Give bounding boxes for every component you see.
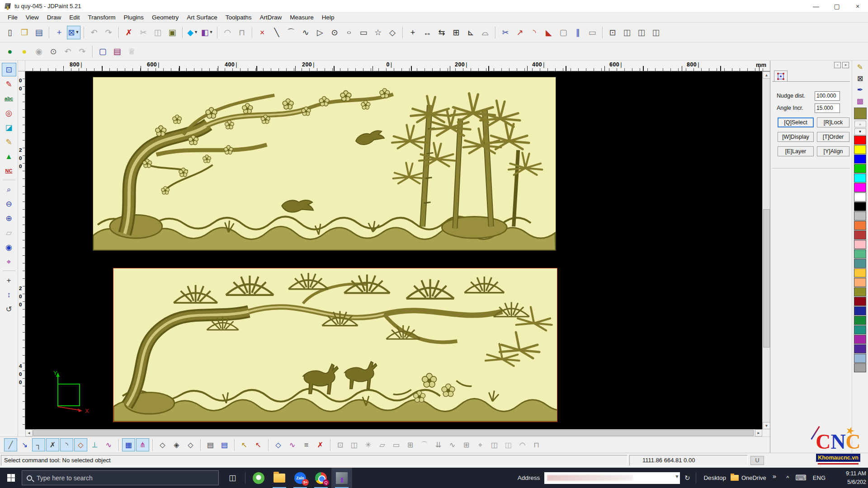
panel-restore-button[interactable]: ▫ — [834, 62, 841, 68]
color-swatch-dark-purple[interactable] — [854, 344, 866, 353]
color-swatch-dark-red[interactable] — [854, 297, 866, 306]
paste-button[interactable]: ▣ — [165, 26, 179, 39]
draw-ellipse-button[interactable]: ○ — [342, 26, 356, 39]
toolbar-overflow-chevron[interactable]: » — [773, 472, 776, 480]
draw-polygon-button[interactable]: ◇ — [386, 26, 399, 39]
snap-corner[interactable]: ┐ — [32, 438, 45, 451]
dim-arc-button[interactable]: ⌓ — [478, 26, 492, 39]
snap-tangent-point[interactable]: ∿ — [102, 438, 115, 451]
crown-button[interactable]: ♕ — [125, 45, 138, 58]
trim-button[interactable]: ✂ — [499, 26, 512, 39]
pick-filter-off[interactable]: ↖ — [252, 438, 265, 451]
menu-edit[interactable]: Edit — [65, 13, 84, 22]
tray-show-hidden-icons[interactable]: ^ — [786, 474, 789, 481]
pan-tool[interactable]: + — [2, 273, 16, 287]
nudge-dist-input[interactable]: 100.000 — [815, 91, 840, 101]
pencil-tool[interactable]: ✎ — [854, 61, 867, 72]
worksheet-button[interactable]: ▤ — [110, 45, 124, 58]
hatch-layer-all[interactable]: ▤ — [218, 438, 231, 451]
transform-rotate[interactable]: ✳ — [362, 438, 375, 451]
color-swatch-magenta[interactable] — [854, 183, 866, 192]
relief-dome-tool[interactable]: ◠ — [516, 438, 529, 451]
taskbar-app-coccoc[interactable] — [248, 468, 269, 488]
copy-transform-button[interactable]: ◫ — [649, 26, 663, 39]
layer-mode-button[interactable]: [E]Layer — [778, 146, 814, 156]
taskbar-app-explorer[interactable] — [269, 468, 290, 488]
horizontal-scroll-thumb[interactable] — [33, 430, 754, 436]
undo-button[interactable]: ↶ — [87, 26, 101, 39]
pick-box-button[interactable]: ⊠▼ — [67, 26, 80, 39]
pick-display-button[interactable]: ◉ — [32, 45, 46, 58]
color-swatch-red[interactable] — [854, 136, 866, 145]
snap-tangent-arc[interactable]: ◝ — [60, 438, 73, 451]
select-mode-button[interactable]: [Q]Select — [778, 117, 814, 127]
cut-button[interactable]: ✂ — [137, 26, 150, 39]
view-back-button[interactable]: ↶ — [61, 45, 75, 58]
menu-measure[interactable]: Measure — [286, 13, 318, 22]
menu-art-surface[interactable]: Art Surface — [183, 13, 222, 22]
zoom-dynamic-tool[interactable]: ↕ — [2, 288, 16, 301]
snap-diamond-mid[interactable]: ◈ — [170, 438, 183, 451]
panel-tab-select[interactable] — [774, 70, 788, 81]
color-swatch-sea-green[interactable] — [854, 249, 866, 258]
vertical-scrollbar[interactable]: ▲ ▼ — [762, 71, 770, 429]
display-mode-button[interactable]: [W]Display — [778, 132, 814, 142]
surface-shade-button[interactable]: ◆▼ — [186, 26, 199, 39]
view-3d-button[interactable]: ◧▼ — [200, 26, 214, 39]
order-mode-button[interactable]: [T]Order — [817, 132, 849, 142]
draw-curve-button[interactable]: ∿ — [299, 26, 312, 39]
hatch-layer-current[interactable]: ▤ — [204, 438, 217, 451]
palette-edit-button[interactable]: ▩ — [854, 95, 867, 106]
color-swatch-cyan[interactable] — [854, 174, 866, 183]
relief-artwork-bottom[interactable] — [113, 268, 557, 422]
snap-diamond-center[interactable]: ◇ — [184, 438, 197, 451]
zoom-window-tool[interactable]: ⌕ — [2, 183, 16, 196]
transform-skew[interactable]: ▱ — [376, 438, 389, 451]
snap-endpoint[interactable]: ╱ — [4, 438, 17, 451]
draw-star-button[interactable]: ☆ — [371, 26, 385, 39]
transform-fit-curve[interactable]: ∿ — [446, 438, 459, 451]
save-file-button[interactable]: ▤ — [32, 26, 46, 39]
pick-box-button-dropdown[interactable]: ▼ — [75, 30, 80, 34]
menu-geometry[interactable]: Geometry — [148, 13, 183, 22]
task-view-button[interactable]: ◫ — [222, 468, 242, 488]
eyedropper-tool[interactable]: ✒ — [854, 84, 867, 95]
align-mode-button[interactable]: [Y]Align — [817, 146, 849, 156]
scroll-up-arrow[interactable]: ▲ — [763, 71, 770, 79]
select-tool[interactable]: ⊡ — [2, 63, 16, 76]
extend-button[interactable]: ↗ — [513, 26, 527, 39]
transform-array[interactable]: ⊞ — [404, 438, 417, 451]
text-tool[interactable]: abc — [2, 92, 16, 105]
nudge-tool-button[interactable]: + — [52, 26, 66, 39]
color-swatch-pink[interactable] — [854, 240, 866, 249]
scroll-down-arrow[interactable]: ▼ — [763, 422, 770, 429]
knife-tool[interactable]: ◪ — [2, 121, 16, 134]
show-all-button[interactable]: ● — [3, 45, 17, 58]
shape-tool[interactable]: ◎ — [2, 106, 16, 120]
close-button[interactable]: × — [847, 0, 868, 12]
address-dropdown-icon[interactable]: ▼ — [675, 474, 679, 479]
copy-object-button[interactable]: ◫ — [620, 26, 634, 39]
palette-scroll-down[interactable]: ▼ — [854, 128, 866, 135]
current-color-swatch[interactable] — [854, 108, 867, 119]
start-button[interactable] — [0, 468, 22, 488]
color-swatch-orange[interactable] — [854, 221, 866, 230]
taskbar-app-chrome[interactable] — [311, 468, 331, 488]
transform-move[interactable]: ⊡ — [334, 438, 347, 451]
open-file-button[interactable]: ❒ — [18, 26, 31, 39]
layers-button[interactable]: ▢ — [96, 45, 109, 58]
vertical-scroll-thumb[interactable] — [763, 209, 770, 347]
delete-button[interactable]: ✗ — [122, 26, 136, 39]
snap-intersection[interactable]: ✗ — [46, 438, 59, 451]
transform-distribute[interactable]: ⇊ — [432, 438, 445, 451]
view-forward-button[interactable]: ↷ — [75, 45, 89, 58]
taskbar-app-zalo[interactable]: Zalo5+ — [290, 468, 311, 488]
menu-view[interactable]: View — [22, 13, 43, 22]
color-swatch-light-blue[interactable] — [854, 354, 866, 363]
address-input[interactable]: ▼ — [544, 472, 680, 484]
pan-page-tool[interactable]: ▱ — [2, 226, 16, 239]
relief-dome-button[interactable]: ◠ — [221, 26, 234, 39]
parallel-button[interactable]: ∥ — [571, 26, 585, 39]
color-swatch-brick[interactable] — [854, 230, 866, 239]
object-list-button[interactable]: ≡ — [300, 438, 313, 451]
